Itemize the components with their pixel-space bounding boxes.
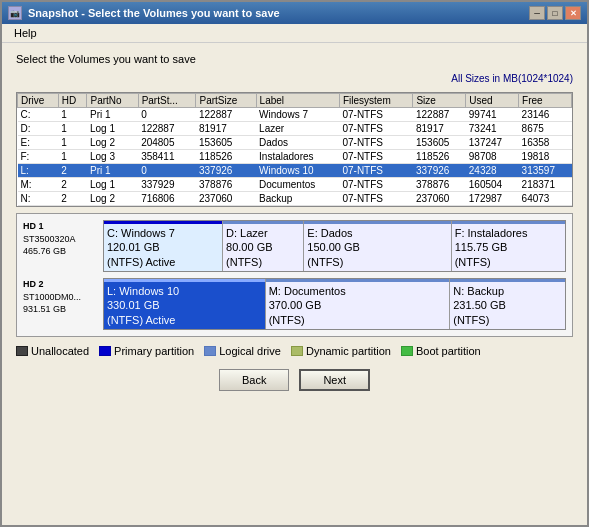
- table-row[interactable]: D:1Log 112288781917Lazer07-NTFS819177324…: [18, 122, 572, 136]
- partition-f-note: (NTFS): [455, 255, 562, 269]
- close-button[interactable]: ✕: [565, 6, 581, 20]
- partition-l-label: L: Windows 10: [107, 284, 262, 298]
- hd2-row: HD 2ST1000DM0...931.51 GB L: Windows 10 …: [23, 278, 566, 330]
- legend-logical: Logical drive: [204, 345, 281, 357]
- button-row: Back Next: [16, 363, 573, 395]
- legend-dynamic-label: Dynamic partition: [306, 345, 391, 357]
- col-free: Free: [519, 94, 572, 108]
- partition-d[interactable]: D: Lazer 80.00 GB (NTFS): [223, 221, 304, 271]
- partition-e-size: 150.00 GB: [307, 240, 447, 254]
- partition-m-note: (NTFS): [269, 313, 447, 327]
- col-partno: PartNo: [87, 94, 138, 108]
- dynamic-swatch: [291, 346, 303, 356]
- volumes-table: Drive HD PartNo PartSt... PartSize Label…: [16, 92, 573, 207]
- table-row[interactable]: N:2Log 2716806237060Backup07-NTFS2370601…: [18, 192, 572, 206]
- partition-e-label: E: Dados: [307, 226, 447, 240]
- legend-logical-label: Logical drive: [219, 345, 281, 357]
- minimize-button[interactable]: ─: [529, 6, 545, 20]
- partition-d-size: 80.00 GB: [226, 240, 300, 254]
- table-row[interactable]: L:2Pri 10337926Windows 1007-NTFS33792624…: [18, 164, 572, 178]
- partition-m-label: M: Documentos: [269, 284, 447, 298]
- next-button[interactable]: Next: [299, 369, 370, 391]
- partition-l-size: 330.01 GB: [107, 298, 262, 312]
- legend-primary-label: Primary partition: [114, 345, 194, 357]
- partition-d-label: D: Lazer: [226, 226, 300, 240]
- table-row[interactable]: C:1Pri 10122887Windows 707-NTFS122887997…: [18, 108, 572, 122]
- table-row[interactable]: F:1Log 3358411118526Instaladores07-NTFS1…: [18, 150, 572, 164]
- title-bar: 📷 Snapshot - Select the Volumes you want…: [2, 2, 587, 24]
- back-button[interactable]: Back: [219, 369, 289, 391]
- legend-boot: Boot partition: [401, 345, 481, 357]
- col-partst: PartSt...: [138, 94, 196, 108]
- legend-unallocated: Unallocated: [16, 345, 89, 357]
- content-area: Select the Volumes you want to save All …: [2, 43, 587, 525]
- partition-c-size: 120.01 GB: [107, 240, 219, 254]
- hd2-label: HD 2ST1000DM0...931.51 GB: [23, 278, 103, 330]
- col-fs: Filesystem: [339, 94, 413, 108]
- logical-swatch: [204, 346, 216, 356]
- partition-e-note: (NTFS): [307, 255, 447, 269]
- hd1-label: HD 1ST3500320A465.76 GB: [23, 220, 103, 272]
- legend-unallocated-label: Unallocated: [31, 345, 89, 357]
- partition-f-label: F: Instaladores: [455, 226, 562, 240]
- partition-f-size: 115.75 GB: [455, 240, 562, 254]
- partition-e[interactable]: E: Dados 150.00 GB (NTFS): [304, 221, 451, 271]
- unallocated-swatch: [16, 346, 28, 356]
- hd2-partitions: L: Windows 10 330.01 GB (NTFS) Active M:…: [103, 278, 566, 330]
- partition-c[interactable]: C: Windows 7 120.01 GB (NTFS) Active: [104, 221, 223, 271]
- col-hd: HD: [58, 94, 87, 108]
- partition-c-note: (NTFS) Active: [107, 255, 219, 269]
- partition-n-note: (NTFS): [453, 313, 562, 327]
- legend-dynamic: Dynamic partition: [291, 345, 391, 357]
- partition-f[interactable]: F: Instaladores 115.75 GB (NTFS): [452, 221, 565, 271]
- col-drive: Drive: [18, 94, 59, 108]
- sizes-note: All Sizes in MB(1024*1024): [16, 73, 573, 84]
- menu-bar: Help: [2, 24, 587, 43]
- table-row[interactable]: M:2Log 1337929378876Documentos07-NTFS378…: [18, 178, 572, 192]
- legend-boot-label: Boot partition: [416, 345, 481, 357]
- col-partsize: PartSize: [196, 94, 256, 108]
- partition-d-note: (NTFS): [226, 255, 300, 269]
- help-menu[interactable]: Help: [8, 26, 43, 40]
- table-header: Drive HD PartNo PartSt... PartSize Label…: [18, 94, 572, 108]
- window-icon: 📷: [8, 6, 22, 20]
- col-size: Size: [413, 94, 466, 108]
- hd1-partitions: C: Windows 7 120.01 GB (NTFS) Active D: …: [103, 220, 566, 272]
- page-subtitle: Select the Volumes you want to save: [16, 53, 573, 65]
- maximize-button[interactable]: □: [547, 6, 563, 20]
- table-row[interactable]: E:1Log 2204805153605Dados07-NTFS15360513…: [18, 136, 572, 150]
- partition-n-label: N: Backup: [453, 284, 562, 298]
- partition-n-size: 231.50 GB: [453, 298, 562, 312]
- window-title: Snapshot - Select the Volumes you want t…: [28, 7, 280, 19]
- partition-c-label: C: Windows 7: [107, 226, 219, 240]
- col-used: Used: [466, 94, 519, 108]
- legend-primary: Primary partition: [99, 345, 194, 357]
- hd1-row: HD 1ST3500320A465.76 GB C: Windows 7 120…: [23, 220, 566, 272]
- partition-m-size: 370.00 GB: [269, 298, 447, 312]
- partition-l[interactable]: L: Windows 10 330.01 GB (NTFS) Active: [104, 279, 266, 329]
- disk-visualization: HD 1ST3500320A465.76 GB C: Windows 7 120…: [16, 213, 573, 337]
- primary-swatch: [99, 346, 111, 356]
- main-window: 📷 Snapshot - Select the Volumes you want…: [0, 0, 589, 527]
- boot-swatch: [401, 346, 413, 356]
- partition-m[interactable]: M: Documentos 370.00 GB (NTFS): [266, 279, 451, 329]
- partition-l-note: (NTFS) Active: [107, 313, 262, 327]
- legend: Unallocated Primary partition Logical dr…: [16, 345, 573, 357]
- partition-n[interactable]: N: Backup 231.50 GB (NTFS): [450, 279, 565, 329]
- col-label: Label: [256, 94, 339, 108]
